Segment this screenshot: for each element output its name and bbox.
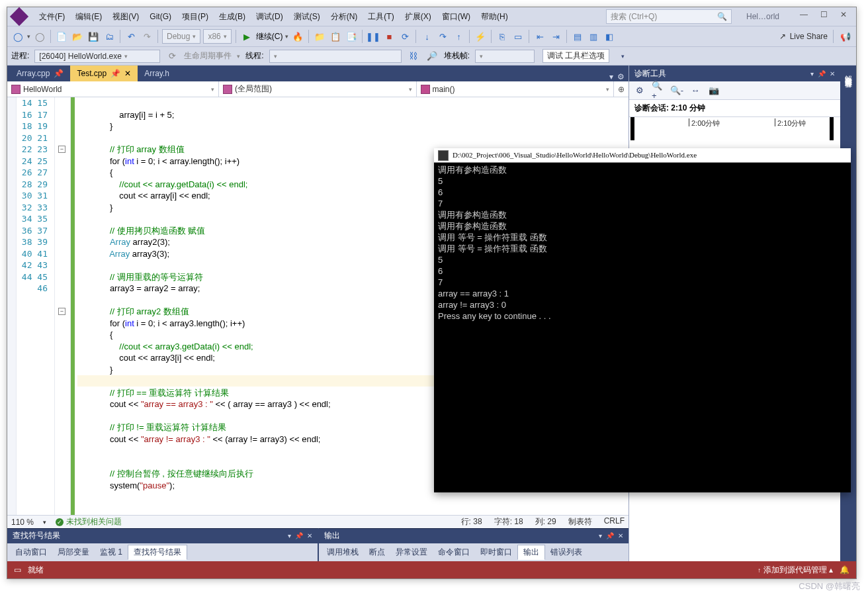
menu-project[interactable]: 项目(P): [178, 11, 212, 23]
tab-menu-icon[interactable]: ▾: [609, 72, 613, 81]
panel-dropdown-icon[interactable]: ▾: [599, 532, 602, 539]
panel-close-icon[interactable]: ✕: [618, 532, 623, 539]
pause-icon[interactable]: ❚❚: [367, 30, 380, 43]
diag-timeline[interactable]: 2:00分钟 2:10分钟: [629, 116, 840, 140]
panel-symbols-header[interactable]: 查找符号结果▾📌✕: [7, 529, 318, 543]
fold-toggle-icon[interactable]: −: [58, 146, 65, 153]
bookmark-icon[interactable]: ◧: [603, 30, 616, 43]
indent-mode[interactable]: 制表符: [568, 516, 592, 527]
props-icon[interactable]: 📑: [345, 30, 358, 43]
tab-exceptions[interactable]: 异常设置: [390, 545, 433, 559]
indent-left-icon[interactable]: ⇤: [533, 30, 546, 43]
notifications-icon[interactable]: 🔔: [840, 565, 849, 574]
menu-edit[interactable]: 编辑(E): [71, 11, 106, 23]
fold-toggle-icon[interactable]: −: [58, 308, 65, 315]
navigate-back-icon[interactable]: ◯: [11, 30, 24, 43]
process-combo[interactable]: [26040] HelloWorld.exe: [34, 50, 160, 63]
diag-snapshot-icon[interactable]: 📷: [707, 84, 720, 97]
tab-symbols[interactable]: 查找符号结果: [128, 545, 187, 560]
menu-debug[interactable]: 调试(D): [252, 11, 287, 23]
menu-git[interactable]: Git(G): [146, 12, 175, 21]
menu-analyze[interactable]: 分析(N): [327, 11, 362, 23]
step-over-icon[interactable]: ↷: [436, 30, 449, 43]
live-share-button[interactable]: Live Share: [790, 32, 828, 41]
nav-split-icon[interactable]: ⊕: [614, 81, 629, 97]
menu-extensions[interactable]: 扩展(X): [401, 11, 435, 23]
tool-icon-3[interactable]: ▭: [511, 30, 525, 43]
tab-errorlist[interactable]: 错误列表: [545, 545, 587, 559]
panel-output-header[interactable]: 输出▾📌✕: [319, 529, 629, 543]
no-issues-indicator[interactable]: ✓未找到相关问题: [56, 516, 122, 527]
maximize-button[interactable]: ☐: [814, 10, 834, 23]
feedback-icon[interactable]: 📢: [839, 30, 852, 43]
step-into-icon[interactable]: ↓: [420, 30, 433, 43]
lifecycle-icon[interactable]: ⟳: [165, 50, 179, 63]
menu-tools[interactable]: 工具(T): [364, 11, 398, 23]
console-window[interactable]: D:\002_Project\006_Visual_Studio\HelloWo…: [434, 148, 851, 492]
tab-test-cpp[interactable]: Test.cpp📌✕: [70, 66, 138, 81]
continue-icon[interactable]: ▶: [240, 30, 253, 43]
menu-build[interactable]: 生成(B): [215, 11, 249, 23]
stackframe-combo[interactable]: [475, 50, 535, 63]
save-icon[interactable]: 💾: [87, 30, 100, 43]
open-file-icon[interactable]: 📂: [71, 30, 84, 43]
diag-settings-icon[interactable]: ⚙: [633, 84, 646, 97]
menu-file[interactable]: 文件(F): [35, 11, 69, 23]
panel-close-icon[interactable]: ✕: [307, 532, 312, 539]
tab-watch[interactable]: 监视 1: [95, 545, 128, 559]
tool-icon-2[interactable]: ⎘: [496, 30, 509, 43]
panel-dropdown-icon[interactable]: ▾: [810, 70, 814, 77]
undo-icon[interactable]: ↶: [124, 30, 138, 43]
config-combo[interactable]: Debug: [162, 29, 200, 44]
tab-array-h[interactable]: Array.h: [138, 66, 176, 81]
toolbar-overflow-icon[interactable]: ▾: [616, 50, 629, 63]
thread-search-icon[interactable]: 🔎: [425, 50, 439, 63]
search-input[interactable]: 搜索 (Ctrl+Q) 🔍: [606, 9, 732, 24]
stop-icon[interactable]: ■: [382, 30, 396, 43]
panel-pin-icon[interactable]: 📌: [606, 532, 614, 539]
minimize-button[interactable]: —: [794, 10, 814, 23]
diag-zoomout-icon[interactable]: 🔍-: [670, 84, 683, 97]
diag-reset-icon[interactable]: ↔: [689, 84, 702, 97]
comment-icon[interactable]: ▤: [571, 30, 584, 43]
nav-function[interactable]: main()▾: [417, 81, 615, 97]
tab-array-cpp[interactable]: Array.cpp📌: [10, 66, 70, 81]
indent-right-icon[interactable]: ⇥: [549, 30, 562, 43]
zoom-level[interactable]: 110 %: [11, 518, 34, 527]
doc-icon[interactable]: 📋: [329, 30, 342, 43]
new-file-icon[interactable]: 📄: [55, 30, 68, 43]
diag-zoomin-icon[interactable]: 🔍+: [652, 84, 665, 97]
fold-margin[interactable]: − −: [55, 97, 71, 515]
uncomment-icon[interactable]: ▥: [587, 30, 600, 43]
tab-output[interactable]: 输出: [517, 545, 545, 560]
thread-combo[interactable]: [269, 50, 402, 63]
saveall-icon[interactable]: 🗂: [103, 30, 116, 43]
tab-immediate[interactable]: 即时窗口: [475, 545, 517, 559]
nav-project[interactable]: HelloWorld▾: [7, 81, 219, 97]
tool-icon-1[interactable]: ⚡: [474, 30, 487, 43]
panel-dropdown-icon[interactable]: ▾: [288, 532, 291, 539]
tab-gear-icon[interactable]: ⚙: [617, 72, 625, 81]
add-source-control[interactable]: ↑ 添加到源代码管理 ▴: [758, 565, 833, 576]
hot-reload-icon[interactable]: 🔥: [291, 30, 304, 43]
menu-help[interactable]: 帮助(H): [477, 11, 512, 23]
tab-locals[interactable]: 局部变量: [52, 545, 95, 559]
folder-icon[interactable]: 📁: [313, 30, 326, 43]
tab-command[interactable]: 命令窗口: [433, 545, 475, 559]
tab-auto[interactable]: 自动窗口: [10, 545, 52, 559]
menu-window[interactable]: 窗口(W): [438, 11, 474, 23]
navigate-fwd-icon[interactable]: ◯: [33, 30, 46, 43]
continue-button[interactable]: 继续(C): [256, 31, 283, 42]
close-button[interactable]: ✕: [834, 10, 853, 23]
platform-combo[interactable]: x86: [203, 29, 231, 44]
panel-pin-icon[interactable]: 📌: [818, 70, 826, 77]
menu-view[interactable]: 视图(V): [108, 11, 143, 23]
close-tab-icon[interactable]: ✕: [124, 69, 131, 78]
tab-callstack[interactable]: 调用堆栈: [322, 545, 364, 559]
panel-close-icon[interactable]: ✕: [830, 70, 835, 77]
tab-breakpoints[interactable]: 断点: [364, 545, 390, 559]
step-out-icon[interactable]: ↑: [452, 30, 465, 43]
diag-header[interactable]: 诊断工具▾📌✕: [629, 66, 840, 81]
menu-test[interactable]: 测试(S): [290, 11, 324, 23]
nav-scope[interactable]: (全局范围)▾: [219, 81, 417, 97]
